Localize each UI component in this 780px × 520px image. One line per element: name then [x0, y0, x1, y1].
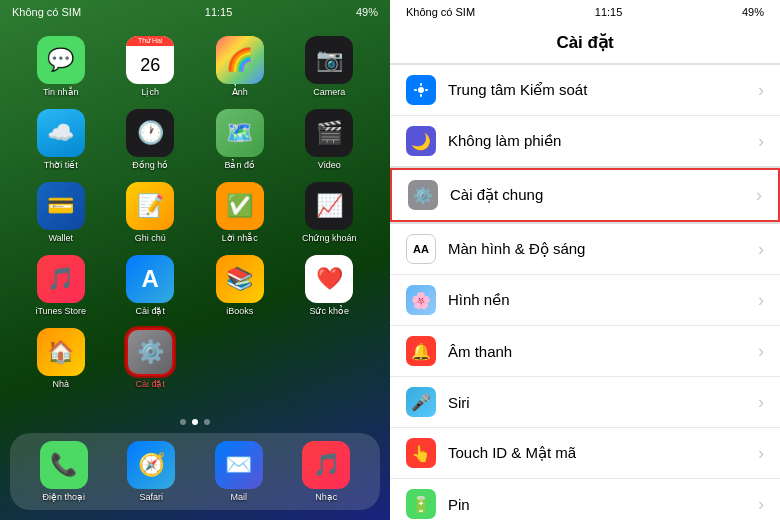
dot-3 [204, 419, 210, 425]
time-left: 11:15 [205, 6, 233, 18]
app-row-5: 🏠 Nhà ⚙️ Cài đặt [16, 324, 374, 393]
app-empty-2 [295, 333, 363, 384]
trung-tam-icon [406, 75, 436, 105]
settings-panel: Không có SIM 11:15 49% Cài đặt Trung tâm… [390, 0, 780, 520]
svg-rect-2 [420, 94, 422, 97]
settings-title: Cài đặt [390, 24, 780, 64]
app-cai-dat[interactable]: ⚙️ Cài đặt [116, 328, 184, 389]
app-anh[interactable]: 🌈 Ảnh [206, 36, 274, 97]
app-lich[interactable]: Thứ Hai 26 Lịch [116, 36, 184, 97]
settings-group-3: AA Màn hình & Độ sáng 🌸 Hình nền 🔔 Âm th… [390, 223, 780, 520]
dock-mail[interactable]: ✉️ Mail [205, 441, 273, 502]
app-ghi-chu[interactable]: 📝 Ghi chú [116, 182, 184, 243]
app-thoi-tiet[interactable]: ☁️ Thời tiết [27, 109, 95, 170]
khong-lam-icon: 🌙 [406, 126, 436, 156]
app-nha[interactable]: 🏠 Nhà [27, 328, 95, 389]
app-app-store[interactable]: A Cài đặt [116, 255, 184, 316]
settings-group-1: Trung tâm Kiểm soát 🌙 Không làm phiền [390, 64, 780, 167]
settings-man-hinh[interactable]: AA Màn hình & Độ sáng [390, 224, 780, 275]
trung-tam-chevron [758, 80, 764, 101]
app-wallet[interactable]: 💳 Wallet [27, 182, 95, 243]
left-phone: Không có SIM 11:15 49% 💬 Tin nhắn Thứ Ha… [0, 0, 390, 520]
siri-icon: 🎤 [406, 387, 436, 417]
svg-point-0 [418, 87, 424, 93]
siri-chevron [758, 392, 764, 413]
dot-1 [180, 419, 186, 425]
settings-cai-dat-chung[interactable]: ⚙️ Cài đặt chung [390, 168, 780, 222]
app-loi-nhac[interactable]: ✅ Lời nhắc [206, 182, 274, 243]
app-ban-do[interactable]: 🗺️ Bản đồ [206, 109, 274, 170]
svg-rect-3 [414, 89, 417, 91]
status-bar-right: Không có SIM 11:15 49% [390, 0, 780, 24]
app-row-4: 🎵 iTunes Store A Cài đặt 📚 iBooks ❤️ Sức… [16, 251, 374, 320]
touch-id-icon: 👆 [406, 438, 436, 468]
am-thanh-label: Âm thanh [448, 343, 758, 360]
app-dong-ho[interactable]: 🕐 Đồng hồ [116, 109, 184, 170]
siri-label: Siri [448, 394, 758, 411]
settings-am-thanh[interactable]: 🔔 Âm thanh [390, 326, 780, 377]
app-tin-nhan[interactable]: 💬 Tin nhắn [27, 36, 95, 97]
settings-pin[interactable]: 🔋 Pin [390, 479, 780, 520]
app-video[interactable]: 🎬 Video [295, 109, 363, 170]
carrier-right: Không có SIM [406, 6, 475, 18]
settings-khong-lam[interactable]: 🌙 Không làm phiền [390, 116, 780, 166]
app-row-2: ☁️ Thời tiết 🕐 Đồng hồ 🗺️ Bản đồ 🎬 Video [16, 105, 374, 174]
time-right: 11:15 [595, 6, 623, 18]
app-camera[interactable]: 📷 Camera [295, 36, 363, 97]
pin-icon: 🔋 [406, 489, 436, 519]
svg-rect-4 [425, 89, 428, 91]
khong-lam-label: Không làm phiền [448, 132, 758, 150]
settings-siri[interactable]: 🎤 Siri [390, 377, 780, 428]
am-thanh-icon: 🔔 [406, 336, 436, 366]
carrier-left: Không có SIM [12, 6, 81, 18]
hinh-nen-chevron [758, 290, 764, 311]
app-empty-1 [206, 333, 274, 384]
settings-trung-tam[interactable]: Trung tâm Kiểm soát [390, 65, 780, 116]
status-bar-left: Không có SIM 11:15 49% [0, 0, 390, 24]
page-dots [180, 419, 210, 425]
hinh-nen-icon: 🌸 [406, 285, 436, 315]
dock-dien-thoai[interactable]: 📞 Điện thoại [30, 441, 98, 502]
dot-2 [192, 419, 198, 425]
app-itunes-store[interactable]: 🎵 iTunes Store [27, 255, 95, 316]
pin-label: Pin [448, 496, 758, 513]
home-grid: 💬 Tin nhắn Thứ Hai 26 Lịch 🌈 Ảnh 📷 Camer… [0, 24, 390, 415]
hinh-nen-label: Hình nền [448, 291, 758, 309]
app-row-1: 💬 Tin nhắn Thứ Hai 26 Lịch 🌈 Ảnh 📷 Camer… [16, 32, 374, 101]
cai-dat-chung-label: Cài đặt chung [450, 186, 756, 204]
cai-dat-chung-icon: ⚙️ [408, 180, 438, 210]
cai-dat-chung-chevron [756, 185, 762, 206]
app-chung-khoan[interactable]: 📈 Chứng khoán [295, 182, 363, 243]
app-ibooks[interactable]: 📚 iBooks [206, 255, 274, 316]
touch-id-label: Touch ID & Mật mã [448, 444, 758, 462]
battery-right: 49% [742, 6, 764, 18]
dock: 📞 Điện thoại 🧭 Safari ✉️ Mail 🎵 Nhạc [10, 433, 380, 510]
battery-left: 49% [356, 6, 378, 18]
dock-safari[interactable]: 🧭 Safari [117, 441, 185, 502]
pin-chevron [758, 494, 764, 515]
settings-hinh-nen[interactable]: 🌸 Hình nền [390, 275, 780, 326]
dock-nhac[interactable]: 🎵 Nhạc [292, 441, 360, 502]
settings-group-2: ⚙️ Cài đặt chung [390, 167, 780, 223]
svg-rect-1 [420, 83, 422, 86]
touch-id-chevron [758, 443, 764, 464]
man-hinh-label: Màn hình & Độ sáng [448, 240, 758, 258]
app-row-3: 💳 Wallet 📝 Ghi chú ✅ Lời nhắc 📈 Chứng kh… [16, 178, 374, 247]
am-thanh-chevron [758, 341, 764, 362]
man-hinh-icon: AA [406, 234, 436, 264]
settings-touch-id[interactable]: 👆 Touch ID & Mật mã [390, 428, 780, 479]
app-suc-khoe[interactable]: ❤️ Sức khỏe [295, 255, 363, 316]
man-hinh-chevron [758, 239, 764, 260]
trung-tam-label: Trung tâm Kiểm soát [448, 81, 758, 99]
khong-lam-chevron [758, 131, 764, 152]
